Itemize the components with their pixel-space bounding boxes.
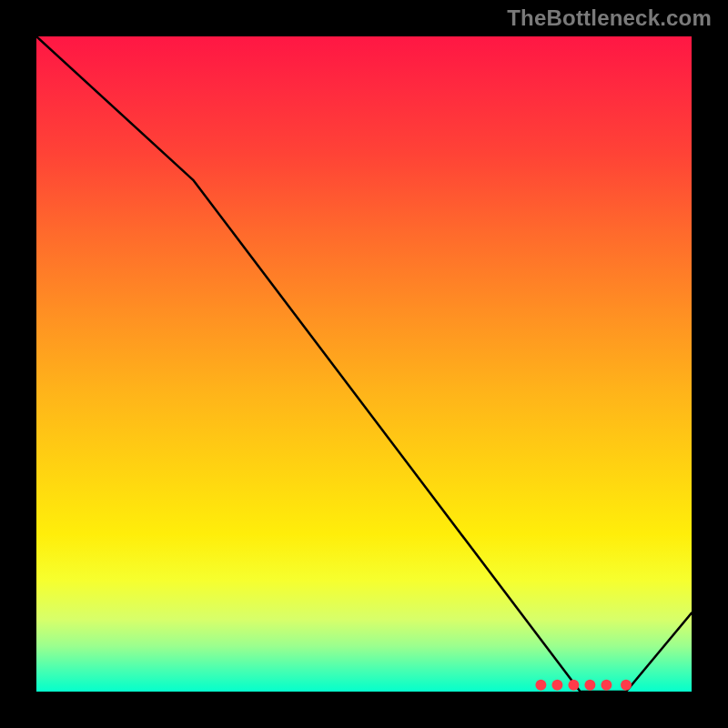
optimal-marker bbox=[621, 680, 632, 691]
optimal-marker bbox=[584, 680, 595, 691]
optimal-marker bbox=[535, 680, 546, 691]
optimal-range-markers bbox=[36, 36, 692, 692]
chart-frame: TheBottleneck.com bbox=[0, 0, 728, 728]
watermark-text: TheBottleneck.com bbox=[507, 5, 712, 31]
optimal-marker bbox=[568, 680, 579, 691]
optimal-marker bbox=[551, 680, 562, 691]
plot-area bbox=[36, 36, 692, 692]
marker-group bbox=[535, 680, 632, 691]
optimal-marker bbox=[601, 680, 612, 691]
